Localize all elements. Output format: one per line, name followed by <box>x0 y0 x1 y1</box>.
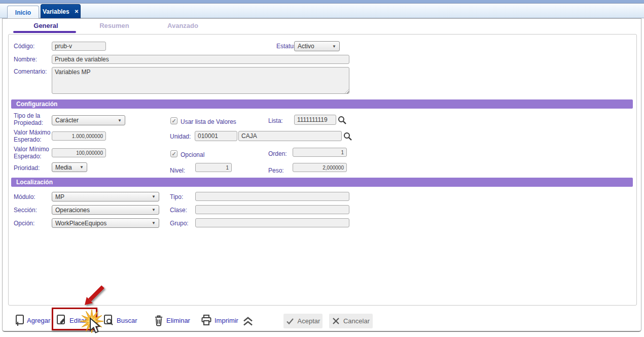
nivel-field[interactable]: 1 <box>195 163 232 172</box>
peso-field[interactable]: 2,000000 <box>293 163 347 172</box>
opcion-value: WorkPlaceEquipos <box>55 220 106 227</box>
cancelar-label: Cancelar <box>343 317 370 325</box>
prioridad-value: Media <box>55 164 72 171</box>
orden-field[interactable]: 1 <box>293 148 347 157</box>
valor-maximo-label: Valor Máximo Esperado: <box>14 129 50 143</box>
configuracion-header: Configuración <box>11 99 633 109</box>
valor-minimo-label: Valor Mínimo Esperado: <box>14 146 49 160</box>
nombre-field[interactable]: Prueba de variables <box>52 55 349 64</box>
window-top-strip <box>0 0 644 4</box>
usar-lista-checkbox[interactable] <box>170 117 177 124</box>
annotation-highlight-box <box>52 308 97 330</box>
valor-maximo-field[interactable]: 1.000,000000 <box>52 131 106 141</box>
tab-general[interactable]: General <box>12 22 80 29</box>
chevron-down-icon <box>152 221 156 225</box>
estatus-value: Activo <box>298 43 314 50</box>
close-icon[interactable] <box>75 9 79 14</box>
modulo-value: MP <box>55 193 64 200</box>
lista-label: Lista: <box>268 117 283 124</box>
unidad-code-field[interactable]: 010001 <box>195 131 237 141</box>
chevron-down-icon <box>152 194 156 199</box>
chevron-down-icon <box>332 44 336 49</box>
collapse-toolbar-icon[interactable] <box>242 315 254 327</box>
localizacion-header: Localización <box>11 178 633 187</box>
chevron-down-icon <box>118 118 122 123</box>
check-icon <box>286 318 294 325</box>
trash-icon <box>154 314 164 327</box>
tab-resumen-label: Resumen <box>99 22 129 29</box>
grupo-label: Grupo: <box>170 220 189 227</box>
seccion-label: Sección: <box>14 207 37 214</box>
add-document-icon <box>14 314 24 327</box>
tipo-propiedad-select[interactable]: Carácter <box>52 115 125 125</box>
active-tab-underline <box>13 31 76 33</box>
aceptar-label: Aceptar <box>298 317 320 325</box>
comentario-label: Comentario: <box>14 68 47 75</box>
comentario-textarea[interactable]: Variables MP <box>52 67 349 94</box>
eliminar-button[interactable]: Eliminar <box>154 314 190 327</box>
buscar-button[interactable]: Buscar <box>103 314 137 327</box>
tab-bar <box>0 4 644 18</box>
variables-panel: General Resumen Avanzado Código: prub-v … <box>2 18 641 332</box>
tipo-propiedad-value: Carácter <box>55 117 79 124</box>
seccion-select[interactable]: Operaciones <box>52 205 159 215</box>
tipo-propiedad-label: Tipo de la Propiedad: <box>14 112 43 126</box>
unidad-desc-field[interactable]: CAJA <box>238 131 342 141</box>
opcion-label: Opción: <box>14 220 34 227</box>
modulo-label: Módulo: <box>14 193 35 200</box>
eliminar-label: Eliminar <box>166 317 190 324</box>
opcional-checkbox[interactable] <box>170 150 177 157</box>
tab-avanzado-label: Avanzado <box>167 22 198 29</box>
search-document-icon <box>103 314 114 327</box>
seccion-value: Operaciones <box>55 207 90 214</box>
codigo-field[interactable]: prub-v <box>52 42 106 51</box>
usar-lista-label: Usar lista de Valores <box>181 118 236 125</box>
search-icon[interactable] <box>343 132 352 141</box>
nivel-label: Nivel: <box>170 167 185 174</box>
tab-inicio-label: Inicio <box>15 9 31 16</box>
clase-field[interactable] <box>195 205 349 214</box>
grupo-field[interactable] <box>195 218 349 227</box>
imprimir-label: Imprimir <box>214 317 238 324</box>
cancelar-button[interactable]: Cancelar <box>329 314 373 328</box>
peso-label: Peso: <box>268 167 284 174</box>
opcional-label: Opcional <box>181 151 204 158</box>
x-icon <box>332 317 340 325</box>
chevron-down-icon <box>80 165 84 170</box>
tipo-field[interactable] <box>195 192 349 201</box>
unidad-label: Unidad: <box>170 133 191 140</box>
orden-label: Orden: <box>268 150 287 157</box>
search-icon[interactable] <box>338 116 347 125</box>
valor-minimo-field[interactable]: 100,000000 <box>52 148 106 157</box>
codigo-label: Código: <box>14 43 34 50</box>
prioridad-label: Prioridad: <box>14 164 40 172</box>
application-window: Inicio Variables General Resumen Avanzad… <box>0 0 644 337</box>
agregar-button[interactable]: Agregar <box>14 314 50 327</box>
estatus-select[interactable]: Activo <box>294 41 340 51</box>
tab-avanzado[interactable]: Avanzado <box>149 22 217 29</box>
nombre-label: Nombre: <box>14 56 37 63</box>
clase-label: Clase: <box>170 207 187 214</box>
modulo-select[interactable]: MP <box>52 192 159 201</box>
tab-resumen[interactable]: Resumen <box>80 22 149 29</box>
lista-field[interactable]: 1111111119 <box>294 115 336 125</box>
tab-variables-label: Variables <box>43 8 69 15</box>
prioridad-select[interactable]: Media <box>52 162 87 172</box>
agregar-label: Agregar <box>27 317 50 324</box>
imprimir-button[interactable]: Imprimir <box>201 314 238 326</box>
buscar-label: Buscar <box>117 317 137 324</box>
tab-variables[interactable]: Variables <box>41 4 81 19</box>
tipo-label: Tipo: <box>170 193 183 200</box>
chevron-down-icon <box>152 208 156 212</box>
tab-inicio[interactable]: Inicio <box>7 6 39 19</box>
aceptar-button[interactable]: Aceptar <box>283 314 323 328</box>
general-form: Código: prub-v Estatus: Activo Nombre: P… <box>8 34 637 306</box>
printer-icon <box>201 314 212 326</box>
tab-general-label: General <box>33 22 58 29</box>
opcion-select[interactable]: WorkPlaceEquipos <box>52 218 159 228</box>
